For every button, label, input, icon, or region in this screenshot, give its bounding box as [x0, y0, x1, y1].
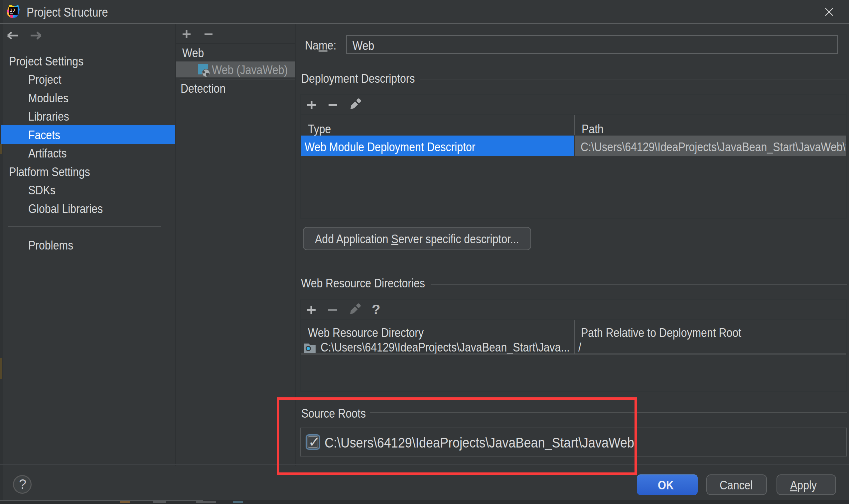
svg-text:IJ: IJ	[10, 8, 15, 13]
svg-text:?: ?	[372, 305, 380, 315]
